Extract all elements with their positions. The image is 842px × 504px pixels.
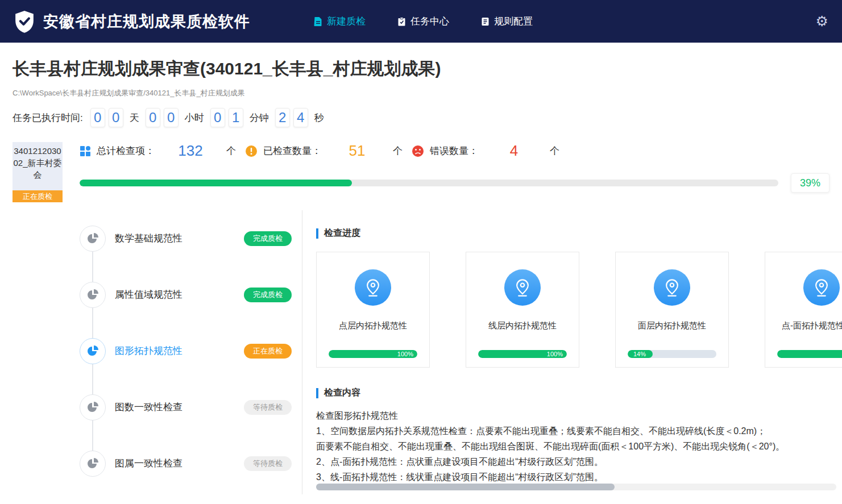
check-stage-map-data-consistency[interactable]: 图数一致性检查 等待质检 (80, 379, 302, 435)
nav-label: 规则配置 (494, 15, 533, 28)
settings-gear-icon[interactable]: ⚙ (816, 14, 828, 28)
check-stage-list: 数学基础规范性 完成质检 属性值域规范性 完成质检 图形拓扑规范性 正在质检 图… (80, 210, 302, 494)
task-name: 340121203002_新丰村委会 (13, 145, 63, 181)
content-line: 检查图形拓扑规范性 (316, 408, 823, 423)
timer-digit: 0 (164, 108, 179, 127)
timer-unit-minutes: 分钟 (250, 111, 269, 124)
elapsed-time-label: 任务已执行时间: (13, 111, 83, 124)
pie-chart-icon (80, 451, 106, 477)
stat-total-value: 132 (174, 142, 207, 160)
nav-label: 任务中心 (410, 15, 449, 28)
timer-digit: 0 (90, 108, 105, 127)
content-split: 数学基础规范性 完成质检 属性值域规范性 完成质检 图形拓扑规范性 正在质检 图… (0, 210, 842, 494)
overall-progress: 39% (80, 173, 829, 193)
status-badge: 完成质检 (244, 288, 292, 302)
card-label: 点-面拓扑规范性检查 (774, 319, 842, 331)
check-stage-label: 图数一致性检查 (115, 401, 182, 414)
card-progress-track: 14% (628, 350, 716, 358)
nav-new-inspection[interactable]: 新建质检 (314, 15, 366, 28)
stat-error-label: 错误数量： (430, 144, 478, 157)
overall-progress-fill (80, 180, 352, 186)
elapsed-time: 任务已执行时间: 0 0 天 0 0 小时 0 1 分钟 2 4 秒 (0, 98, 842, 127)
detail-panel: 检查进度 点层内拓扑规范性 100% 线层内拓扑规范性 (302, 210, 842, 494)
stat-total-label: 总计检查项： (97, 144, 155, 157)
stat-unit: 个 (550, 144, 559, 157)
summary-main: 总计检查项： 132 个 已检查数量： 51 个 错误数量： 4 个 39% (80, 142, 829, 202)
timer-digit: 0 (109, 108, 123, 127)
pie-chart-icon (80, 226, 106, 252)
app-brand: 安徽省村庄规划成果质检软件 (14, 10, 250, 34)
pie-chart-icon (80, 338, 106, 364)
card-progress-track: 100% (329, 350, 417, 358)
section-title-text: 检查内容 (324, 387, 360, 399)
summary-section: 340121203002_新丰村委会 正在质检 总计检查项： 132 个 已检查… (0, 127, 842, 202)
timer-unit-seconds: 秒 (314, 111, 324, 124)
progress-cards: 点层内拓扑规范性 100% 线层内拓扑规范性 100% (316, 252, 842, 368)
pie-chart-icon (80, 282, 106, 308)
card-progress-percent: 100% (547, 350, 563, 358)
pie-chart-icon (80, 394, 106, 420)
page-head: 长丰县村庄规划成果审查(340121_长丰县_村庄规划成果) C:\WorkSp… (0, 43, 842, 98)
clipboard-check-icon (397, 17, 406, 26)
map-pin-icon (654, 269, 690, 306)
status-badge: 等待质检 (244, 456, 292, 471)
content-line: 面要素不能自相交、不能出现重叠、不能出现组合图斑、不能出现碎面(面积＜100平方… (316, 439, 823, 454)
check-stage-map-attribute-consistency[interactable]: 图属一致性检查 等待质检 (80, 435, 302, 491)
timer-digit: 4 (293, 108, 308, 127)
overall-progress-track (80, 180, 778, 186)
status-badge: 正在质检 (244, 344, 292, 359)
timer-unit-hours: 小时 (185, 111, 204, 124)
card-progress-track: 100% (478, 350, 567, 358)
progress-card-line-layer[interactable]: 线层内拓扑规范性 100% (466, 252, 579, 368)
card-progress-track (777, 350, 842, 358)
timer-digit: 0 (146, 108, 160, 127)
section-check-progress: 检查进度 (316, 227, 842, 239)
check-stage-attribute-domain[interactable]: 属性值域规范性 完成质检 (80, 266, 302, 323)
timer-digit: 2 (275, 108, 290, 127)
check-stage-math-basis[interactable]: 数学基础规范性 完成质检 (80, 210, 302, 266)
nav-task-center[interactable]: 任务中心 (397, 15, 449, 28)
timer-digit: 1 (229, 108, 243, 127)
app-title: 安徽省村庄规划成果质检软件 (43, 11, 250, 32)
check-stage-topology[interactable]: 图形拓扑规范性 正在质检 (80, 323, 302, 379)
check-stage-label: 数学基础规范性 (115, 232, 182, 245)
content-line: 1、空间数据层内拓扑关系规范性检查：点要素不能出现重叠；线要素不能自相交、不能出… (316, 423, 823, 439)
section-accent-bar (316, 388, 318, 398)
status-badge: 完成质检 (244, 231, 292, 246)
timer-digit: 0 (210, 108, 225, 127)
stats-row: 总计检查项： 132 个 已检查数量： 51 个 错误数量： 4 个 (80, 142, 829, 160)
warning-icon (245, 145, 258, 157)
workspace-path: C:\WorkSpace\长丰县村庄规划成果审查/340121_长丰县_村庄规划… (13, 88, 842, 98)
check-stage-label: 属性值域规范性 (115, 288, 182, 301)
page-title: 长丰县村庄规划成果审查(340121_长丰县_村庄规划成果) (13, 57, 842, 81)
progress-card-point-polygon[interactable]: 点-面拓扑规范性检查 (765, 252, 842, 368)
stat-unit: 个 (226, 144, 236, 157)
task-list-item[interactable]: 340121203002_新丰村委会 正在质检 (13, 142, 63, 202)
error-face-icon (412, 145, 424, 157)
check-content-text: 检查图形拓扑规范性 1、空间数据层内拓扑关系规范性检查：点要素不能出现重叠；线要… (316, 408, 842, 485)
stat-unit: 个 (393, 144, 403, 157)
horizontal-scrollbar[interactable] (316, 484, 836, 490)
overall-progress-percent: 39% (791, 173, 829, 193)
check-stage-label: 图属一致性检查 (115, 457, 182, 470)
section-accent-bar (316, 228, 318, 239)
card-label: 线层内拓扑规范性 (480, 319, 565, 331)
card-label: 点层内拓扑规范性 (331, 319, 415, 331)
map-pin-icon (504, 269, 541, 306)
map-pin-icon (355, 269, 391, 306)
content-line: 3、线-面拓扑规范性：线状重点建设项目不能超出“村级行政区划”范围。 (316, 469, 823, 485)
progress-card-point-layer[interactable]: 点层内拓扑规范性 100% (316, 252, 430, 368)
document-icon (314, 17, 322, 26)
top-navbar: 安徽省村庄规划成果质检软件 新建质检 任务中心 规则配置 ⚙ (0, 0, 842, 43)
task-status-badge: 正在质检 (13, 190, 63, 202)
nav-rule-config[interactable]: 规则配置 (481, 15, 533, 28)
scrollbar-thumb[interactable] (316, 484, 615, 490)
card-progress-percent: 100% (397, 350, 413, 358)
timer-unit-days: 天 (130, 111, 139, 124)
main-nav: 新建质检 任务中心 规则配置 (314, 15, 533, 28)
stat-error-value: 4 (497, 142, 530, 160)
status-badge: 等待质检 (244, 400, 292, 415)
progress-card-polygon-layer[interactable]: 面层内拓扑规范性 14% (615, 252, 729, 368)
rules-document-icon (481, 17, 490, 26)
map-pin-icon (803, 269, 840, 306)
